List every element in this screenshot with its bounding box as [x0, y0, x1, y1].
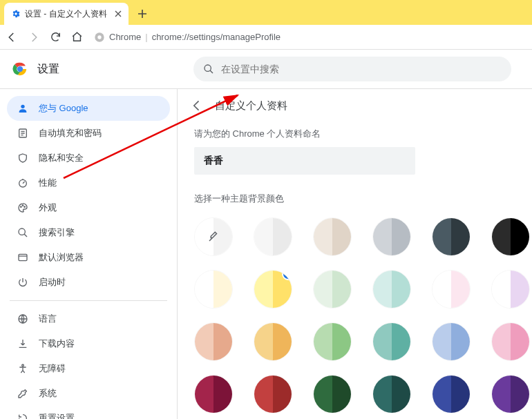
settings-header: 设置	[0, 50, 532, 88]
sidebar-item[interactable]: 语言	[7, 306, 170, 331]
omnibox-scheme: Chrome	[109, 32, 141, 42]
settings-search-input[interactable]	[221, 64, 502, 75]
sidebar-item-label: 自动填充和密码	[39, 127, 102, 139]
sidebar-item[interactable]: 性能	[7, 170, 170, 195]
theme-swatch[interactable]	[491, 375, 530, 413]
omnibox-url: chrome://settings/manageProfile	[152, 32, 281, 42]
theme-swatch[interactable]	[313, 322, 352, 361]
content-back-button[interactable]	[190, 99, 204, 113]
sidebar-item[interactable]: 启动时	[7, 270, 170, 295]
theme-color-grid: ✓	[194, 217, 520, 413]
sidebar-item-label: 搜索引擎	[39, 226, 75, 239]
theme-swatch[interactable]	[432, 322, 471, 361]
forward-button[interactable]	[28, 31, 40, 43]
tab-title: 设置 - 自定义个人资料	[25, 8, 107, 20]
theme-swatch[interactable]	[432, 270, 471, 309]
settings-search[interactable]	[193, 57, 511, 81]
svg-point-11	[24, 206, 25, 207]
theme-swatch[interactable]	[254, 217, 292, 256]
new-tab-button[interactable]	[133, 4, 152, 23]
svg-point-8	[19, 179, 27, 187]
theme-swatch[interactable]	[254, 322, 292, 361]
sidebar-item-label: 系统	[39, 387, 57, 400]
profile-name-label: 请为您的 Chrome 个人资料命名	[194, 128, 520, 140]
sidebar-item[interactable]: 搜索引擎	[7, 220, 170, 245]
sidebar-item-label: 语言	[39, 313, 57, 325]
close-icon[interactable]	[115, 10, 122, 17]
content-area: 自定义个人资料 请为您的 Chrome 个人资料命名 选择一种主题背景颜色 ✓	[177, 89, 532, 419]
page-title: 设置	[37, 62, 59, 77]
theme-swatch[interactable]	[254, 375, 292, 413]
theme-swatch[interactable]	[432, 375, 471, 413]
browser-tab[interactable]: 设置 - 自定义个人资料	[4, 3, 129, 25]
sidebar-item-label: 外观	[39, 202, 57, 214]
sidebar-item-label: 性能	[39, 177, 57, 189]
theme-swatch[interactable]	[372, 375, 411, 413]
theme-swatch[interactable]	[372, 217, 411, 256]
accessibility-icon	[17, 363, 29, 374]
sidebar-item[interactable]: 您与 Google	[7, 96, 170, 121]
sidebar-item[interactable]: 默认浏览器	[7, 245, 170, 270]
reload-button[interactable]	[50, 31, 61, 43]
sidebar-item[interactable]: 下载内容	[7, 331, 170, 356]
svg-point-1	[97, 35, 101, 39]
theme-swatch[interactable]	[491, 270, 530, 309]
search-icon	[17, 227, 29, 238]
theme-swatch[interactable]	[491, 322, 530, 361]
browser-icon	[17, 252, 29, 263]
download-icon	[17, 338, 29, 349]
content-title: 自定义个人资料	[215, 99, 287, 113]
theme-swatch[interactable]	[372, 270, 411, 309]
sidebar-item[interactable]: 隐私和安全	[7, 146, 170, 170]
palette-icon	[17, 202, 29, 213]
theme-swatch[interactable]	[491, 217, 530, 256]
toolbar: Chrome | chrome://settings/manageProfile	[0, 25, 532, 50]
svg-point-9	[21, 206, 21, 207]
sidebar-item[interactable]: 自动填充和密码	[7, 121, 170, 146]
reset-icon	[17, 413, 29, 419]
gear-icon	[11, 9, 21, 19]
globe-icon	[17, 313, 29, 324]
sidebar-item[interactable]: 重置设置	[7, 406, 170, 419]
sidebar-item-label: 启动时	[39, 276, 66, 289]
shield-icon	[17, 153, 29, 164]
svg-point-6	[21, 105, 24, 108]
sidebar-item[interactable]: 外观	[7, 195, 170, 220]
home-button[interactable]	[71, 31, 83, 43]
svg-point-10	[22, 205, 23, 206]
sidebar-item-label: 默认浏览器	[39, 251, 84, 264]
address-bar[interactable]: Chrome | chrome://settings/manageProfile	[94, 32, 281, 43]
color-picker-swatch[interactable]	[194, 217, 233, 256]
theme-swatch[interactable]	[194, 375, 233, 413]
svg-point-5	[205, 65, 211, 71]
check-icon: ✓	[282, 270, 292, 280]
chrome-page-icon	[94, 32, 105, 43]
sidebar-item[interactable]: 系统	[7, 381, 170, 406]
theme-swatch[interactable]	[313, 217, 352, 256]
back-button[interactable]	[6, 31, 18, 43]
sidebar-item-label: 重置设置	[39, 412, 75, 419]
sidebar: 您与 Google自动填充和密码隐私和安全性能外观搜索引擎默认浏览器启动时语言下…	[0, 89, 177, 419]
theme-swatch[interactable]	[432, 217, 471, 256]
sidebar-item-label: 无障碍	[39, 362, 66, 375]
theme-swatch[interactable]	[194, 270, 233, 309]
wrench-icon	[17, 388, 29, 399]
theme-swatch[interactable]	[194, 322, 233, 361]
sidebar-item-label: 隐私和安全	[39, 152, 84, 164]
theme-section-label: 选择一种主题背景颜色	[194, 193, 520, 205]
chrome-logo-icon	[12, 61, 28, 77]
search-icon	[203, 64, 214, 75]
sidebar-item[interactable]: 无障碍	[7, 356, 170, 381]
person-icon	[17, 103, 29, 114]
theme-swatch[interactable]: ✓	[254, 270, 292, 309]
power-icon	[17, 277, 29, 288]
theme-swatch[interactable]	[313, 375, 352, 413]
profile-name-input[interactable]	[194, 147, 415, 175]
svg-rect-13	[19, 254, 27, 260]
theme-swatch[interactable]	[372, 322, 411, 361]
sidebar-item-label: 您与 Google	[39, 102, 88, 115]
autofill-icon	[17, 128, 29, 139]
performance-icon	[17, 177, 29, 188]
svg-point-12	[19, 228, 25, 235]
theme-swatch[interactable]	[313, 270, 352, 309]
